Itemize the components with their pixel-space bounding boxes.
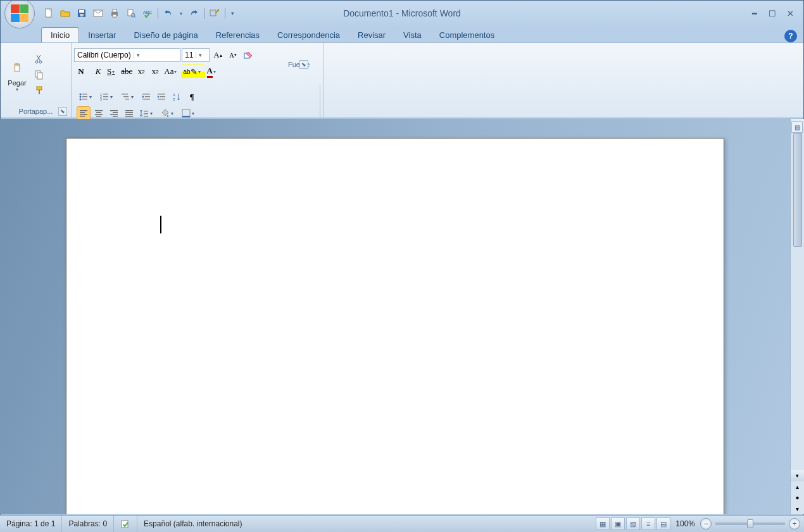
tab-vista[interactable]: Vista	[394, 28, 430, 42]
clear-formatting-icon[interactable]	[241, 48, 255, 62]
select-browse-object-icon[interactable]: ●	[791, 492, 804, 503]
save-icon[interactable]	[74, 6, 89, 21]
tab-revisar[interactable]: Revisar	[349, 28, 394, 42]
paste-label: Pegar	[8, 79, 26, 87]
superscript-button[interactable]: x2	[148, 65, 162, 78]
svg-rect-39	[142, 99, 150, 100]
increase-indent-button[interactable]	[154, 90, 168, 104]
cut-icon[interactable]	[32, 52, 46, 66]
align-right-button[interactable]	[107, 106, 121, 120]
minimize-button[interactable]: ━	[748, 8, 762, 19]
clipboard-icon	[7, 58, 27, 78]
zoom-out-button[interactable]: −	[700, 518, 712, 529]
status-bar: Página: 1 de 1 Palabras: 0 Español (alfa…	[0, 515, 804, 532]
print-preview-icon[interactable]	[123, 6, 139, 21]
grow-font-icon[interactable]: A▴	[211, 48, 225, 62]
next-page-icon[interactable]: ▾	[791, 504, 804, 514]
font-launcher[interactable]: ⬊	[299, 60, 308, 69]
close-button[interactable]: ✕	[783, 8, 797, 19]
show-marks-button[interactable]: ¶	[185, 90, 199, 104]
underline-button[interactable]: S▾	[105, 65, 119, 78]
bold-button[interactable]: N	[74, 65, 88, 78]
font-color-button[interactable]: A▾	[205, 65, 220, 78]
highlight-button[interactable]: ab✎▾	[181, 65, 204, 78]
page-number-status[interactable]: Página: 1 de 1	[0, 516, 62, 532]
tab-complementos[interactable]: Complementos	[430, 28, 503, 42]
tab-referencias[interactable]: Referencias	[207, 28, 268, 42]
svg-rect-2	[79, 10, 84, 13]
quick-print-icon[interactable]	[107, 6, 122, 21]
redo-icon[interactable]	[186, 6, 201, 21]
change-case-button[interactable]: Aa▾	[162, 65, 181, 78]
subscript-button[interactable]: x2	[134, 65, 148, 78]
svg-rect-48	[80, 116, 85, 117]
zoom-slider[interactable]	[715, 523, 785, 525]
vertical-scrollbar[interactable]: ▴ ▾	[790, 119, 804, 481]
undo-dropdown[interactable]: ▾	[177, 6, 185, 21]
help-icon[interactable]: ?	[784, 30, 797, 42]
scroll-down-icon[interactable]: ▾	[791, 470, 804, 481]
shrink-font-icon[interactable]: A▾	[226, 48, 240, 62]
format-painter-icon[interactable]	[32, 84, 46, 97]
word-count-status[interactable]: Palabras: 0	[62, 516, 114, 532]
proofing-status[interactable]	[114, 516, 137, 532]
draft-view-icon[interactable]: ▤	[656, 517, 670, 530]
borders-button[interactable]: ▾	[179, 106, 199, 120]
numbering-button[interactable]: 123▾	[97, 90, 117, 104]
customize-qat-icon[interactable]: ▾	[228, 6, 237, 21]
document-area[interactable]	[0, 119, 790, 514]
tab-correspondencia[interactable]: Correspondencia	[268, 28, 349, 42]
svg-point-22	[80, 94, 82, 96]
multilevel-list-button[interactable]: ▾	[118, 90, 138, 104]
svg-rect-65	[182, 116, 190, 117]
language-status[interactable]: Español (alfab. internacional)	[137, 516, 248, 532]
decrease-indent-button[interactable]	[139, 90, 153, 104]
outline-view-icon[interactable]: ≡	[641, 517, 655, 530]
justify-button[interactable]	[122, 106, 136, 120]
clipboard-launcher[interactable]: ⬊	[58, 107, 67, 116]
font-size-combo[interactable]: 11▾	[182, 48, 210, 62]
svg-rect-38	[145, 96, 150, 97]
align-left-button[interactable]	[77, 106, 91, 120]
tab-insertar[interactable]: Insertar	[79, 28, 125, 42]
maximize-button[interactable]: ☐	[765, 8, 779, 19]
svg-rect-13	[16, 63, 19, 65]
ruler-toggle-icon[interactable]: ▤	[791, 121, 803, 133]
copy-icon[interactable]	[32, 68, 46, 82]
bullets-button[interactable]: ▾	[77, 90, 96, 104]
spelling-icon[interactable]: ABC	[140, 6, 155, 21]
svg-rect-36	[125, 99, 129, 100]
title-bar: ABC ▾ ▾ Documento1 - Microsoft Word ━ ☐ …	[1, 1, 803, 26]
svg-rect-37	[142, 94, 150, 95]
email-icon[interactable]	[91, 6, 106, 21]
full-screen-view-icon[interactable]: ▣	[611, 517, 625, 530]
svg-rect-53	[110, 110, 118, 111]
svg-rect-27	[82, 99, 87, 100]
prev-page-icon[interactable]: ▴	[791, 481, 804, 492]
open-icon[interactable]	[58, 6, 73, 21]
web-layout-view-icon[interactable]: ▧	[626, 517, 640, 530]
zoom-in-button[interactable]: +	[789, 518, 800, 529]
italic-button[interactable]: K	[91, 65, 105, 78]
zoom-level[interactable]: 100%	[675, 519, 695, 528]
svg-rect-57	[125, 110, 133, 111]
sort-button[interactable]: AZ	[170, 90, 184, 104]
tab-diseno[interactable]: Diseño de página	[125, 28, 206, 42]
undo-icon[interactable]	[161, 6, 176, 21]
quick-access-toolbar: ABC ▾ ▾	[41, 6, 237, 21]
font-name-combo[interactable]: Calibri (Cuerpo)▾	[74, 48, 180, 62]
paste-button[interactable]: Pegar ▾	[3, 55, 31, 95]
strikethrough-button[interactable]: abc	[119, 65, 134, 78]
shading-button[interactable]: ▾	[158, 106, 178, 120]
draw-table-icon[interactable]	[207, 6, 222, 21]
svg-rect-20	[39, 90, 40, 94]
page[interactable]	[66, 138, 724, 514]
align-center-button[interactable]	[92, 106, 106, 120]
line-spacing-button[interactable]: ▾	[137, 106, 157, 120]
tab-inicio[interactable]: Inicio	[41, 27, 79, 42]
scroll-thumb[interactable]	[793, 133, 802, 247]
new-doc-icon[interactable]	[41, 6, 56, 21]
svg-rect-54	[113, 112, 118, 113]
print-layout-view-icon[interactable]: ▦	[596, 517, 610, 530]
office-button[interactable]	[4, 0, 35, 28]
